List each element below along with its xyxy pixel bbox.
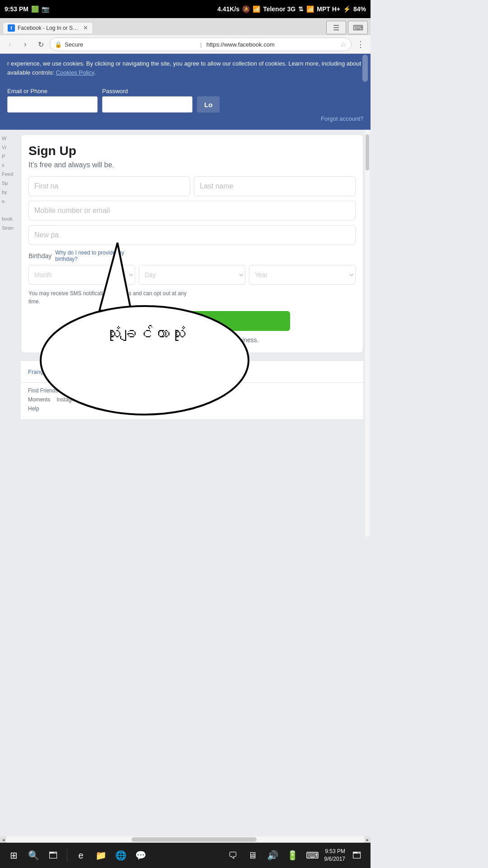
footer-help[interactable]: Help xyxy=(28,406,39,412)
taskbar-chat-icon[interactable]: 🗨 xyxy=(225,847,241,863)
battery-level: 84% xyxy=(353,5,366,13)
scroll-track[interactable] xyxy=(6,836,364,843)
menu-icon[interactable]: ☰ xyxy=(326,21,346,34)
cookies-policy-link[interactable]: Cookies Policy xyxy=(56,69,94,76)
birthday-label: Birthday Why do I need to provide my bir… xyxy=(28,250,356,262)
browser-nav: ‹ › ↻ 🔒 Secure | https://www.facebook.co… xyxy=(0,35,371,53)
footer-links: Find Friends People Pages Places Games L… xyxy=(21,382,363,419)
month-select[interactable]: Month xyxy=(28,265,135,285)
footer-games[interactable]: Games xyxy=(132,387,150,394)
footer-create-ad[interactable]: Create Ad xyxy=(108,396,131,403)
keyboard-icon[interactable]: ⌨ xyxy=(348,21,368,34)
lang-portuguese[interactable]: Português (Brasil) xyxy=(154,368,201,375)
footer-moments[interactable]: Moments xyxy=(28,396,50,403)
footer-people[interactable]: People xyxy=(65,387,81,394)
lang-french[interactable]: Français (France) xyxy=(28,368,75,375)
footer-pages[interactable]: Pages xyxy=(88,387,103,394)
first-name-input[interactable] xyxy=(28,176,190,196)
tab-favicon: f xyxy=(8,24,15,32)
footer-places[interactable]: Places xyxy=(109,387,126,394)
arrow-icon: ⇅ xyxy=(298,5,304,13)
password-input[interactable] xyxy=(102,96,192,113)
gender-note: You may receive SMS notifications from u… xyxy=(28,289,356,306)
back-button[interactable]: ‹ xyxy=(4,38,16,51)
email-input[interactable] xyxy=(7,96,98,113)
ie-icon[interactable]: e xyxy=(73,847,89,863)
signup-subtitle: It's free and always will be. xyxy=(28,161,356,169)
chat-icon[interactable]: 💬 xyxy=(132,847,149,863)
taskbar-battery-icon[interactable]: 🔋 xyxy=(284,847,300,863)
birthday-selects: Month Day Year xyxy=(28,265,356,285)
taskbar-right: 🗨 🖥 🔊 🔋 ⌨ 9:53 PM 9/6/2017 🗔 xyxy=(225,847,365,863)
scroll-right-button[interactable]: ▸ xyxy=(364,836,371,843)
day-select[interactable]: Day xyxy=(139,265,245,285)
screenshot-icon: 📷 xyxy=(42,5,49,13)
folder-icon[interactable]: 📁 xyxy=(93,847,109,863)
search-taskbar-button[interactable]: 🔍 xyxy=(25,847,42,863)
signup-submit-button[interactable]: Sign Up xyxy=(94,311,290,331)
scroll-thumb[interactable] xyxy=(131,837,257,842)
chrome-icon[interactable]: 🌐 xyxy=(113,847,129,863)
notification-button[interactable]: 🗔 xyxy=(349,847,365,863)
status-right: 4.41K/s 🔕 📶 Telenor 3G ⇅ 📶 MPT H+ ⚡ 84% xyxy=(217,5,366,13)
footer-instagram[interactable]: Instagram xyxy=(56,396,80,403)
scroll-left-button[interactable]: ◂ xyxy=(0,836,6,843)
refresh-button[interactable]: ↻ xyxy=(34,38,47,51)
login-button[interactable]: Lo xyxy=(197,96,220,113)
active-tab[interactable]: f Facebook - Log In or Sig... ✕ xyxy=(3,22,93,33)
fb-header: Email or Phone Password Lo Forgot accoun… xyxy=(0,82,371,130)
page-body: WViPs Feed.Spbye.book Search. Sign Up It… xyxy=(0,130,371,537)
create-page-link[interactable]: Create a Page xyxy=(125,336,166,344)
last-name-input[interactable] xyxy=(194,176,356,196)
login-row: Email or Phone Password Lo xyxy=(7,88,363,113)
language-bar: Français (France) Български Polski Españ… xyxy=(21,360,363,382)
taskbar-keyboard-icon[interactable]: ⌨ xyxy=(304,847,320,863)
status-left: 9:53 PM 🟩 📷 xyxy=(5,5,49,13)
speed: 4.41K/s xyxy=(217,5,239,13)
horizontal-scrollbar[interactable]: ◂ ▸ xyxy=(0,836,371,843)
footer-create-page[interactable]: Create Page xyxy=(138,396,168,403)
email-label: Email or Phone xyxy=(7,88,98,94)
footer-find-friends[interactable]: Find Friends xyxy=(28,387,58,394)
taskbar-clock: 9:53 PM 9/6/2017 xyxy=(324,848,345,863)
name-row xyxy=(28,176,356,196)
birthday-why-link[interactable]: Why do I need to provide my birthday? xyxy=(55,250,124,262)
lang-polish[interactable]: Polski xyxy=(110,368,126,375)
carrier2: MPT H+ xyxy=(317,5,340,13)
start-button[interactable]: ⊞ xyxy=(5,847,22,863)
taskbar: ⊞ 🔍 🗔 e 📁 🌐 💬 🗨 🖥 🔊 🔋 ⌨ 9:53 PM 9/6/2017… xyxy=(0,843,371,868)
email-field-wrapper: Email or Phone xyxy=(7,88,98,113)
task-view-button[interactable]: 🗔 xyxy=(45,847,61,863)
taskbar-network-icon[interactable]: 🖥 xyxy=(244,847,261,863)
forward-button[interactable]: › xyxy=(19,38,32,51)
tab-toolbar: ☰ ⌨ xyxy=(326,21,368,34)
more-options-button[interactable]: ⋮ xyxy=(354,38,367,51)
lang-bulgarian[interactable]: Български xyxy=(78,368,107,375)
charge-icon: ⚡ xyxy=(343,5,351,13)
signal-icon: 📶 xyxy=(253,5,260,13)
password-field-wrapper: Password xyxy=(102,88,192,113)
vertical-scrollbar[interactable] xyxy=(365,130,370,537)
carrier: Telenor 3G xyxy=(263,5,296,13)
new-password-input[interactable] xyxy=(28,225,356,245)
browser-tabs: f Facebook - Log In or Sig... ✕ ☰ ⌨ xyxy=(0,18,371,35)
mobile-email-input[interactable] xyxy=(28,201,356,221)
bookmark-icon[interactable]: ☆ xyxy=(340,40,347,49)
footer-locations[interactable]: Locations xyxy=(156,387,179,394)
taskbar-volume-icon[interactable]: 🔊 xyxy=(264,847,281,863)
battery-icon: 🟩 xyxy=(31,5,39,13)
mobile-email-row xyxy=(28,201,356,221)
signup-title: Sign Up xyxy=(28,144,356,158)
forgot-account-link[interactable]: Forgot account? xyxy=(321,115,363,122)
lang-spanish[interactable]: Español xyxy=(129,368,150,375)
scrollbar-thumb[interactable] xyxy=(366,134,369,170)
cookie-banner: r experience, we use cookies. By clickin… xyxy=(0,54,371,82)
sidebar-text: WViPs Feed.Spbye.book Search. xyxy=(2,134,12,233)
url-text: https://www.facebook.com xyxy=(206,41,338,48)
tab-close-button[interactable]: ✕ xyxy=(83,24,88,31)
year-select[interactable]: Year xyxy=(249,265,356,285)
add-language-button[interactable]: + xyxy=(205,366,216,377)
address-bar[interactable]: 🔒 Secure | https://www.facebook.com ☆ xyxy=(50,38,352,51)
footer-about[interactable]: About xyxy=(87,396,101,403)
footer-developers[interactable]: Developers xyxy=(175,396,202,403)
